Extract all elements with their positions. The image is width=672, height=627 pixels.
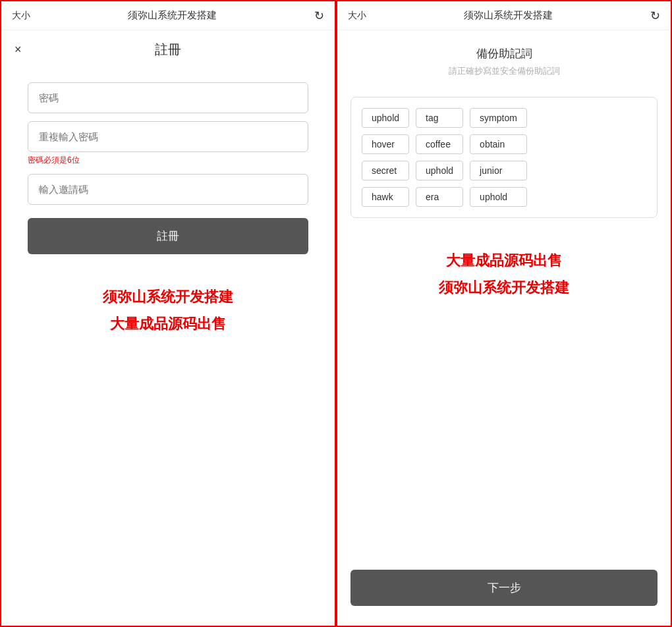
reg-header: × 註冊 <box>1 30 335 69</box>
left-refresh-icon[interactable]: ↻ <box>314 9 324 23</box>
left-promo: 须弥山系统开发搭建 大量成品源码出售 <box>1 267 335 348</box>
right-size-label: 大小 <box>348 10 366 22</box>
left-topbar-title: 须弥山系统开发搭建 <box>128 9 217 22</box>
right-refresh-icon[interactable]: ↻ <box>650 9 660 23</box>
mnemonic-section: 備份助記詞 請正確抄寫並安全備份助記詞 <box>337 30 671 84</box>
mnemonic-word: junior <box>470 161 527 180</box>
reg-form: 密碼必須是6位 註冊 <box>1 69 335 267</box>
reg-title: 註冊 <box>14 41 322 59</box>
right-content: 備份助記詞 請正確抄寫並安全備份助記詞 upholdtagsymptomhove… <box>337 30 671 626</box>
left-size-label: 大小 <box>12 10 30 22</box>
mnemonic-word: tag <box>416 108 463 128</box>
right-promo: 大量成品源码出售 须弥山系统开发搭建 <box>337 231 671 312</box>
next-button[interactable]: 下一步 <box>350 570 658 606</box>
right-promo-line1: 大量成品源码出售 <box>350 251 658 271</box>
close-button[interactable]: × <box>14 43 22 57</box>
left-content: × 註冊 密碼必須是6位 註冊 须弥山系统开发搭建 大量成品源码出售 <box>1 30 335 626</box>
mnemonic-word: symptom <box>470 108 527 128</box>
password-input[interactable] <box>28 82 308 113</box>
mnemonic-word: hover <box>362 134 409 154</box>
left-topbar: 大小 须弥山系统开发搭建 ↻ <box>1 1 335 30</box>
mnemonic-word: uphold <box>362 108 409 128</box>
mnemonic-word: era <box>416 187 463 207</box>
register-button[interactable]: 註冊 <box>28 218 308 254</box>
mnemonic-word: obtain <box>470 134 527 154</box>
mnemonic-word: secret <box>362 161 409 180</box>
mnemonic-subtitle: 請正確抄寫並安全備份助記詞 <box>350 65 658 77</box>
confirm-password-input[interactable] <box>28 121 308 152</box>
mnemonic-word: coffee <box>416 134 463 154</box>
mnemonic-word: uphold <box>416 161 463 180</box>
right-topbar-title: 须弥山系统开发搭建 <box>464 9 553 22</box>
mnemonic-word: hawk <box>362 187 409 207</box>
right-topbar: 大小 须弥山系统开发搭建 ↻ <box>337 1 671 30</box>
left-panel: 大小 须弥山系统开发搭建 ↻ × 註冊 密碼必須是6位 註冊 须弥山系统开发搭建… <box>0 0 336 627</box>
left-promo-line1: 须弥山系统开发搭建 <box>14 287 322 308</box>
mnemonic-title: 備份助記詞 <box>350 46 658 61</box>
invite-code-input[interactable] <box>28 174 308 205</box>
mnemonic-word: uphold <box>470 187 527 207</box>
left-promo-line2: 大量成品源码出售 <box>14 314 322 335</box>
password-error: 密碼必須是6位 <box>28 155 308 166</box>
right-promo-line2: 须弥山系统开发搭建 <box>350 278 658 298</box>
mnemonic-word-grid: upholdtagsymptomhovercoffeeobtainsecretu… <box>350 97 658 218</box>
right-panel: 大小 须弥山系统开发搭建 ↻ 備份助記詞 請正確抄寫並安全備份助記詞 uphol… <box>336 0 672 627</box>
